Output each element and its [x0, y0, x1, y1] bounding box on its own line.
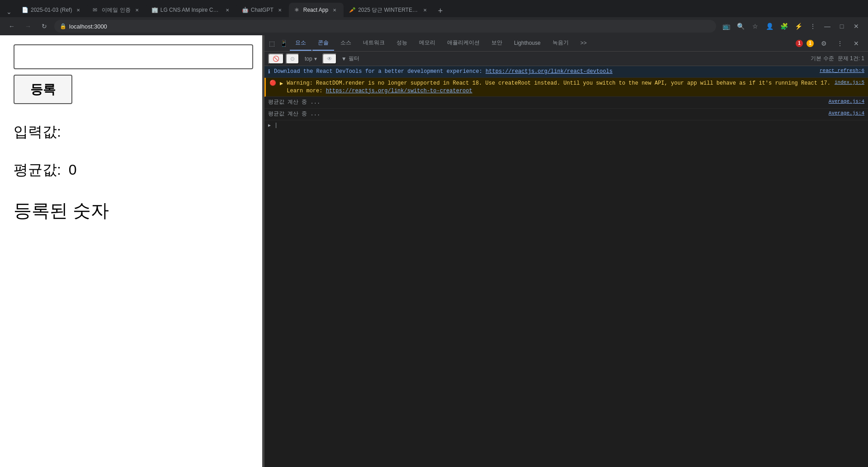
console-source-warning[interactable]: index.js:5 — [835, 80, 864, 85]
devtools-settings-button[interactable]: ⚙ — [817, 37, 830, 50]
minimize-button[interactable]: — — [821, 20, 834, 33]
bookmark-button[interactable]: ☆ — [749, 20, 761, 33]
number-input[interactable] — [14, 44, 253, 69]
average-label: 평균값: — [14, 162, 61, 178]
filter-toggle-button[interactable]: ⊙ — [286, 53, 299, 64]
back-button[interactable]: ← — [5, 20, 18, 33]
tab-favicon-carrot: 🥕 — [349, 7, 355, 13]
console-source-log2[interactable]: Average.js:4 — [829, 110, 864, 116]
registered-label: 등록된 숫자 — [14, 198, 249, 223]
tab-close-3[interactable]: ✕ — [224, 6, 231, 14]
tab-email[interactable]: ✉ 이메일 인증 ✕ — [87, 3, 146, 17]
console-text-warning: Warning: ReactDOM.render is no longer su… — [287, 80, 831, 95]
tab-title-5: React App — [303, 7, 328, 13]
profile-button[interactable]: 👤 — [763, 20, 776, 33]
main-area: 등록 입력값: 평균값: 0 등록된 숫자 ⬚ 📱 요소 콘솔 소스 — [0, 35, 868, 467]
devtools-tab-security[interactable]: 보안 — [486, 36, 508, 51]
clear-console-button[interactable]: 🚫 — [268, 53, 284, 64]
devtools-tab-network[interactable]: 네트워크 — [358, 36, 390, 51]
average-display: 평균값: 0 — [14, 160, 249, 180]
filter-section[interactable]: ▼ 필터 — [339, 54, 362, 63]
toolbar-right: 📺 🔍 ☆ 👤 🧩 ⚡ ⋮ — □ ✕ — [720, 20, 863, 33]
devtools-close-button[interactable]: ✕ — [850, 37, 863, 50]
reload-button[interactable]: ↻ — [38, 20, 51, 33]
error-badge: 1 — [796, 40, 803, 47]
devtools-tab-memory[interactable]: 메모리 — [414, 36, 441, 51]
expand-icon[interactable]: ▶ — [280, 80, 283, 87]
input-value-display: 입력값: — [14, 122, 249, 142]
tab-close-6[interactable]: ✕ — [421, 6, 429, 14]
tab-list-button[interactable]: ⌄ — [4, 6, 14, 17]
close-button[interactable]: ✕ — [850, 20, 863, 33]
context-label: top — [305, 56, 312, 62]
more-button[interactable]: ⋮ — [807, 20, 819, 33]
tab-lgcns[interactable]: 🏢 LG CNS AM Inspire Camp - G... ✕ — [146, 3, 236, 17]
sync-button[interactable]: ⚡ — [792, 20, 805, 33]
devtools-tab-recorder-label: 녹음기 — [552, 39, 569, 47]
filter-icon: ▼ — [341, 56, 347, 62]
devtools-tab-lighthouse[interactable]: Lighthouse — [509, 36, 546, 51]
tab-favicon-react: ⚛ — [294, 7, 301, 13]
console-text-log1: 평균값 계산 중 ... — [268, 99, 825, 106]
devtools-tab-application-label: 애플리케이션 — [447, 39, 480, 47]
tab-chatgpt[interactable]: 🤖 ChatGPT ✕ — [236, 3, 289, 17]
tab-bar: ⌄ 📄 2025-01-03 (Ref) ✕ ✉ 이메일 인증 ✕ 🏢 LG C… — [0, 0, 868, 17]
console-text-devtools: Download the React DevTools for a better… — [274, 68, 816, 76]
address-bar: ← → ↻ 🔒 localhost:3000 📺 🔍 ☆ 👤 🧩 ⚡ ⋮ — □… — [0, 17, 868, 35]
tab-favicon-chatgpt: 🤖 — [242, 7, 248, 13]
devtools-tab-console[interactable]: 콘솔 — [312, 36, 334, 51]
warning-badge: 1 — [807, 40, 814, 47]
extensions-button[interactable]: 🧩 — [778, 20, 790, 33]
devtools-tab-application[interactable]: 애플리케이션 — [442, 36, 485, 51]
prompt-cursor: | — [274, 122, 278, 129]
devtools-device-icon[interactable]: 📱 — [278, 36, 289, 51]
devtools-tab-network-label: 네트워크 — [363, 39, 385, 47]
devtools-tab-security-label: 보안 — [491, 39, 502, 47]
eye-button[interactable]: 👁 — [322, 53, 337, 64]
tab-2025-ref[interactable]: 📄 2025-01-03 (Ref) ✕ — [16, 3, 87, 17]
console-source-log1[interactable]: Average.js:4 — [829, 99, 864, 104]
issues-label: 문제 1건: 1 — [838, 55, 864, 62]
browser-chrome: ⌄ 📄 2025-01-03 (Ref) ✕ ✉ 이메일 인증 ✕ 🏢 LG C… — [0, 0, 868, 35]
devtools-tab-sources[interactable]: 소스 — [335, 36, 357, 51]
devtools-tab-elements[interactable]: 요소 — [290, 36, 311, 51]
tab-react-app[interactable]: ⚛ React App ✕ — [289, 3, 344, 17]
context-selector[interactable]: top ▾ — [301, 53, 321, 64]
devtools-tab-sources-label: 소스 — [340, 39, 351, 47]
register-button[interactable]: 등록 — [14, 75, 72, 104]
tab-close-4[interactable]: ✕ — [276, 6, 283, 14]
input-label: 입력값: — [14, 124, 61, 140]
context-dropdown-icon: ▾ — [314, 56, 317, 62]
console-message-log2: 평균값 계산 중 ... Average.js:4 — [264, 109, 868, 120]
cast-button[interactable]: 📺 — [720, 20, 732, 33]
tab-close-2[interactable]: ✕ — [133, 6, 141, 14]
console-source-devtools[interactable]: react_refresh:6 — [820, 68, 864, 73]
console-message-devtools: ℹ Download the React DevTools for a bett… — [264, 66, 868, 78]
createroot-link[interactable]: https://reactjs.org/link/switch-to-creat… — [326, 88, 472, 94]
average-value: 0 — [69, 162, 77, 178]
tab-bar-left: ⌄ — [4, 6, 14, 17]
tab-favicon-lgcns: 🏢 — [151, 7, 158, 13]
tab-title-3: LG CNS AM Inspire Camp - G... — [160, 7, 221, 13]
devtools-tab-performance[interactable]: 성능 — [391, 36, 413, 51]
tab-close-1[interactable]: ✕ — [75, 6, 82, 14]
forward-button[interactable]: → — [22, 20, 34, 33]
tab-title-4: ChatGPT — [251, 7, 274, 13]
devtools-tab-memory-label: 메모리 — [419, 39, 435, 47]
devtools-tab-more[interactable]: >> — [575, 36, 592, 51]
tab-wintertech[interactable]: 🥕 2025 당근 WINTERTECH INTE... ✕ — [344, 3, 434, 17]
devtools-tab-recorder[interactable]: 녹음기 — [547, 36, 574, 51]
tab-title-6: 2025 당근 WINTERTECH INTE... — [358, 6, 419, 14]
devtools-more-button[interactable]: ⋮ — [834, 37, 846, 50]
maximize-button[interactable]: □ — [835, 20, 848, 33]
zoom-button[interactable]: 🔍 — [734, 20, 747, 33]
devtools-panel: ⬚ 📱 요소 콘솔 소스 네트워크 성능 메모리 애플리케이션 — [264, 35, 868, 467]
tab-close-5[interactable]: ✕ — [331, 6, 338, 14]
app-panel: 등록 입력값: 평균값: 0 등록된 숫자 — [0, 35, 262, 467]
devtools-inspect-icon[interactable]: ⬚ — [266, 36, 277, 51]
lock-icon: 🔒 — [60, 23, 66, 29]
console-output: ℹ Download the React DevTools for a bett… — [264, 66, 868, 467]
address-bar-input[interactable]: 🔒 localhost:3000 — [54, 20, 716, 33]
devtools-link[interactable]: https://reactjs.org/link/react-devtools — [486, 68, 613, 75]
new-tab-button[interactable]: + — [434, 5, 447, 17]
